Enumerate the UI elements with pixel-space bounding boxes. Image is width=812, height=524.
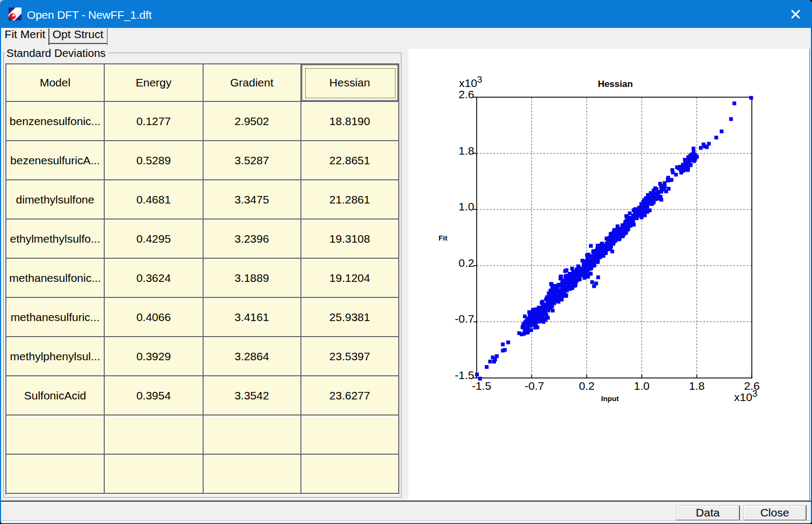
svg-text:-0.7: -0.7 xyxy=(455,312,474,325)
svg-text:x103: x103 xyxy=(734,389,757,403)
svg-text:Fit: Fit xyxy=(439,234,448,242)
svg-text:1.0: 1.0 xyxy=(634,380,650,392)
svg-text:0.2: 0.2 xyxy=(458,257,474,269)
svg-text:1.8: 1.8 xyxy=(689,380,705,392)
svg-text:1.0: 1.0 xyxy=(458,200,474,213)
svg-text:1.8: 1.8 xyxy=(458,144,474,157)
svg-text:x103: x103 xyxy=(459,75,482,89)
svg-text:0.2: 0.2 xyxy=(579,380,594,392)
svg-text:Input: Input xyxy=(601,395,619,403)
svg-text:-1.5: -1.5 xyxy=(472,380,491,392)
svg-text:Hessian: Hessian xyxy=(598,79,633,89)
svg-text:-0.7: -0.7 xyxy=(524,380,544,392)
svg-text:2.6: 2.6 xyxy=(458,88,474,100)
